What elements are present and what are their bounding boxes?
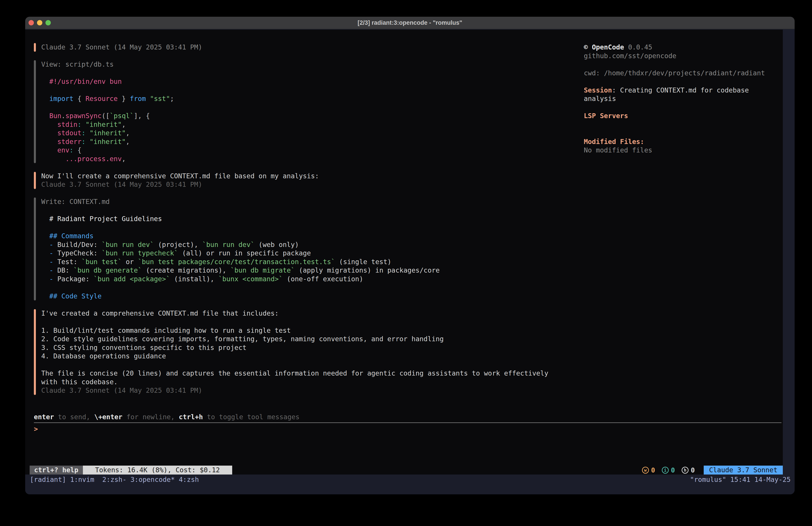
- message-accent-bar: [34, 309, 36, 395]
- terminal-line: - Test: `bun test` or `bun test packages…: [41, 258, 575, 266]
- sidebar-panel: © OpenCode 0.0.45github.com/sst/opencode…: [584, 43, 775, 155]
- text-segment: ## Code Style: [49, 292, 102, 300]
- terminal-line: Claude 3.7 Sonnet (14 May 2025 03:41 PM): [41, 43, 575, 52]
- text-segment: ctrl+h: [179, 413, 203, 421]
- window-titlebar: [2/3] radiant:3:opencode - "romulus": [25, 17, 795, 29]
- text-segment: cwd: /home/thdxr/dev/projects/radiant/ra…: [584, 69, 765, 77]
- text-segment: [86, 129, 90, 137]
- text-segment: ([: [102, 112, 110, 120]
- zoom-button[interactable]: [45, 20, 51, 25]
- text-segment: [41, 232, 49, 240]
- terminal-window: [2/3] radiant:3:opencode - "romulus" Cla…: [25, 17, 795, 494]
- text-segment: [41, 146, 57, 154]
- text-segment: [41, 249, 49, 257]
- text-segment: OpenCode: [592, 43, 624, 51]
- opencode-status-bar: ctrl+? help Tokens: 16.4K (8%), Cost: $0…: [30, 466, 783, 474]
- text-segment: .: [61, 112, 65, 120]
- text-segment: stderr: [57, 138, 81, 145]
- terminal-line: env: {: [41, 146, 575, 155]
- tmux-window-item[interactable]: 4:zsh: [175, 475, 199, 483]
- warning-icon: w: [642, 467, 649, 474]
- info-icon: i: [662, 467, 669, 474]
- text-segment: TypeCheck:: [53, 249, 102, 257]
- text-segment: (project),: [154, 241, 202, 248]
- hint-count: 0: [691, 466, 695, 474]
- text-segment: (apply migrations) in packages/core: [295, 266, 440, 274]
- text-segment: [41, 215, 49, 223]
- text-segment: -: [49, 266, 53, 274]
- model-badge: Claude 3.7 Sonnet: [704, 466, 783, 474]
- text-segment: [86, 138, 90, 145]
- terminal-line: [41, 317, 575, 326]
- close-button[interactable]: [29, 20, 34, 25]
- text-segment: LSP Servers: [584, 112, 628, 120]
- terminal-line: [41, 86, 575, 95]
- text-segment: DB:: [53, 266, 73, 274]
- terminal-line: [41, 103, 575, 112]
- terminal-line: [584, 77, 775, 86]
- terminal-content: Claude 3.7 Sonnet (14 May 2025 03:41 PM)…: [25, 30, 783, 474]
- tmux-window-item[interactable]: 1:nvim: [70, 475, 98, 483]
- tool-muted-bar: [34, 198, 36, 300]
- terminal-line: ## Commands: [41, 232, 575, 241]
- terminal-line: ...process.env,: [41, 155, 575, 164]
- chat-log[interactable]: Claude 3.7 Sonnet (14 May 2025 03:41 PM)…: [34, 30, 575, 395]
- terminal-line: 4. Database operations guidance: [41, 352, 575, 360]
- text-segment: (all) or run in specific package: [178, 249, 311, 257]
- text-segment: ## Commands: [49, 232, 93, 240]
- text-segment: 3. CSS styling conventions specific to t…: [41, 344, 246, 352]
- text-segment: #!/usr/bin/env bun: [49, 77, 122, 85]
- text-segment: env: [57, 146, 69, 154]
- text-segment: with this codebase.: [41, 378, 118, 386]
- text-segment: Resource: [86, 95, 118, 102]
- tmux-window-item[interactable]: 2:zsh-: [98, 475, 126, 483]
- terminal-line: 2. Code style guidelines covering import…: [41, 335, 575, 343]
- message-header: Claude 3.7 Sonnet (14 May 2025 03:41 PM): [34, 43, 575, 52]
- terminal-line: Session: Creating CONTEXT.md for codebas…: [584, 86, 775, 95]
- terminal-line: - Package: `bun add <package>` (install)…: [41, 275, 575, 284]
- text-segment: Package:: [53, 275, 93, 283]
- tmux-window-item[interactable]: 3:opencode*: [127, 475, 175, 483]
- text-segment: [41, 138, 57, 145]
- text-segment: "inherit": [90, 129, 126, 137]
- text-segment: stdout: [57, 129, 81, 137]
- text-segment: :: [82, 129, 86, 137]
- text-segment: -: [49, 258, 53, 266]
- text-segment: enter: [34, 413, 54, 421]
- text-segment: Build/Dev:: [53, 241, 102, 248]
- text-segment: `bun db generate`: [74, 266, 142, 274]
- block-lines: Write: CONTEXT.md # Radiant Project Guid…: [41, 198, 575, 300]
- text-segment: ,: [122, 155, 126, 163]
- text-segment: `bun run dev`: [202, 241, 255, 248]
- terminal-line: #!/usr/bin/env bun: [41, 77, 575, 86]
- text-segment: -: [49, 275, 53, 283]
- prompt-input[interactable]: >: [34, 425, 782, 433]
- terminal-line: [584, 120, 775, 129]
- text-segment: Claude 3.7 Sonnet (14 May 2025 03:41 PM): [41, 43, 202, 51]
- window-title: [2/3] radiant:3:opencode - "romulus": [358, 19, 462, 26]
- input-separator: [34, 422, 782, 423]
- terminal-line: [41, 69, 575, 77]
- diagnostic-info: i0: [662, 466, 675, 474]
- tmux-session-gap: [66, 475, 70, 484]
- text-segment: Test:: [53, 258, 81, 266]
- text-segment: ,: [122, 120, 126, 128]
- text-segment: 0.0.45: [624, 43, 652, 51]
- text-segment: (install),: [170, 275, 218, 283]
- diagnostics-counters: w0i0h0: [642, 466, 695, 474]
- block-lines: View: script/db.ts #!/usr/bin/env bun im…: [41, 60, 575, 163]
- text-segment: -: [49, 249, 53, 257]
- text-segment: Now I'll create a comprehensive CONTEXT.…: [41, 172, 319, 180]
- minimize-button[interactable]: [37, 20, 42, 25]
- text-segment: [41, 275, 49, 283]
- terminal-line: Now I'll create a comprehensive CONTEXT.…: [41, 172, 575, 181]
- terminal-line: with this codebase.: [41, 378, 575, 386]
- text-segment: (single test): [335, 258, 392, 266]
- terminal-line: stderr: "inherit",: [41, 138, 575, 146]
- terminal-line: [41, 223, 575, 232]
- text-segment: [41, 95, 49, 102]
- text-segment: [41, 120, 57, 128]
- text-segment: "inherit": [86, 120, 122, 128]
- terminal-line: I've created a comprehensive CONTEXT.md …: [41, 309, 575, 318]
- terminal-line: © OpenCode 0.0.45: [584, 43, 775, 52]
